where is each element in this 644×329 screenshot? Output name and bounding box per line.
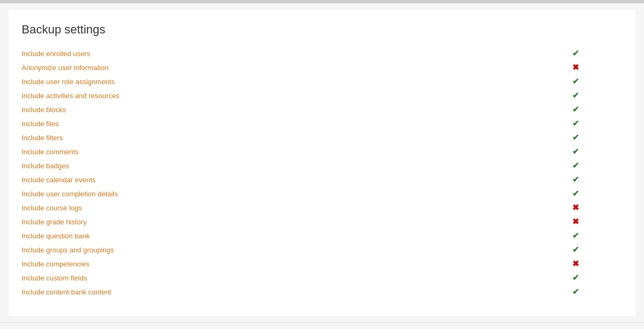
table-row: Include custom fields✔ (22, 271, 622, 285)
setting-label: Include content bank content (22, 285, 568, 299)
setting-status: ✔ (568, 173, 622, 187)
check-icon: ✔ (572, 77, 579, 86)
check-icon: ✔ (572, 49, 579, 58)
table-row: Include content bank content✔ (22, 285, 622, 299)
check-icon: ✔ (572, 147, 579, 156)
cross-icon: ✖ (572, 63, 579, 72)
setting-label: Include comments (22, 145, 568, 159)
setting-label: Include enrolled users (22, 46, 568, 60)
table-row: Include user role assignments✔ (22, 74, 622, 88)
check-icon: ✔ (572, 133, 579, 142)
setting-label: Include calendar events (22, 173, 568, 187)
page-title: Backup settings (22, 23, 622, 37)
setting-status: ✔ (568, 88, 622, 102)
table-row: Include question bank✔ (22, 229, 622, 243)
setting-status: ✔ (568, 116, 622, 131)
check-icon: ✔ (572, 287, 579, 296)
top-border (0, 0, 644, 3)
check-icon: ✔ (572, 105, 579, 114)
table-row: Include files✔ (22, 116, 622, 131)
setting-label: Include filters (22, 131, 568, 145)
setting-label: Include competencies (22, 257, 568, 271)
setting-status: ✔ (568, 145, 622, 159)
setting-status: ✖ (568, 201, 622, 215)
table-row: Include competencies✖ (22, 257, 622, 271)
setting-label: Include badges (22, 159, 568, 173)
setting-status: ✔ (568, 102, 622, 116)
table-row: Include badges✔ (22, 159, 622, 173)
cross-icon: ✖ (572, 259, 579, 268)
setting-status: ✔ (568, 131, 622, 145)
setting-status: ✖ (568, 257, 622, 271)
table-row: Include groups and groupings✔ (22, 243, 622, 257)
table-row: Include course logs✖ (22, 201, 622, 215)
check-icon: ✔ (572, 231, 579, 240)
setting-label: Include user role assignments (22, 74, 568, 88)
setting-label: Anonymize user information (22, 60, 568, 74)
setting-status: ✔ (568, 46, 622, 60)
check-icon: ✔ (572, 91, 579, 100)
setting-label: Include blocks (22, 102, 568, 116)
setting-label: Include activities and resources (22, 88, 568, 102)
table-row: Include filters✔ (22, 131, 622, 145)
setting-status: ✔ (568, 74, 622, 88)
table-row: Include calendar events✔ (22, 173, 622, 187)
table-row: Include grade history✖ (22, 215, 622, 229)
table-row: Include enrolled users✔ (22, 46, 622, 60)
setting-label: Include course logs (22, 201, 568, 215)
setting-status: ✖ (568, 60, 622, 74)
setting-label: Include grade history (22, 215, 568, 229)
main-container: Backup settings Include enrolled users✔A… (9, 10, 635, 316)
table-row: Include user completion details✔ (22, 187, 622, 201)
table-row: Anonymize user information✖ (22, 60, 622, 74)
setting-status: ✔ (568, 187, 622, 201)
check-icon: ✔ (572, 161, 579, 170)
setting-status: ✔ (568, 271, 622, 285)
check-icon: ✔ (572, 175, 579, 184)
settings-table: Include enrolled users✔Anonymize user in… (22, 46, 622, 299)
setting-label: Include custom fields (22, 271, 568, 285)
setting-status: ✔ (568, 229, 622, 243)
check-icon: ✔ (572, 245, 579, 254)
setting-label: Include groups and groupings (22, 243, 568, 257)
setting-status: ✔ (568, 159, 622, 173)
check-icon: ✔ (572, 189, 579, 198)
setting-status: ✔ (568, 285, 622, 299)
cross-icon: ✖ (572, 217, 579, 226)
setting-label: Include files (22, 116, 568, 131)
setting-label: Include user completion details (22, 187, 568, 201)
check-icon: ✔ (572, 273, 579, 282)
setting-status: ✔ (568, 243, 622, 257)
check-icon: ✔ (572, 119, 579, 128)
cross-icon: ✖ (572, 203, 579, 212)
table-row: Include activities and resources✔ (22, 88, 622, 102)
setting-status: ✖ (568, 215, 622, 229)
table-row: Include blocks✔ (22, 102, 622, 116)
table-row: Include comments✔ (22, 145, 622, 159)
setting-label: Include question bank (22, 229, 568, 243)
footer-bar: ➤ Continue (0, 323, 644, 329)
